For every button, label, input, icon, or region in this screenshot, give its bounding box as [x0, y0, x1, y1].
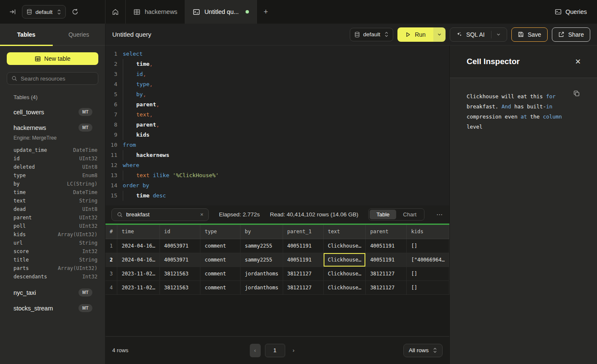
sidebar-tab-tables[interactable]: Tables — [0, 24, 53, 45]
topbar-database-selector[interactable]: default — [22, 5, 66, 19]
column-header-by[interactable]: by — [240, 225, 283, 239]
code-line-9[interactable]: 9kids — [105, 130, 449, 140]
table-cell[interactable]: [] — [407, 280, 449, 294]
schema-row[interactable]: deadUInt8 — [14, 205, 97, 213]
schema-row[interactable]: urlString — [14, 239, 97, 247]
code-line-3[interactable]: 3id, — [105, 69, 449, 79]
sidebar-item-cell-towers[interactable]: cell_towers MT — [14, 108, 98, 116]
schema-row[interactable]: idUInt32 — [14, 154, 97, 163]
table-cell[interactable]: sammy2255 — [240, 253, 283, 267]
table-cell[interactable]: 38121563 — [159, 280, 200, 294]
table-cell[interactable]: 40051191 — [283, 253, 323, 267]
table-cell[interactable]: 2024-04-16… — [117, 239, 159, 253]
column-header-parent[interactable]: parent — [366, 225, 407, 239]
previous-page-button[interactable]: ‹ — [249, 344, 260, 357]
table-cell[interactable]: jordanthoms — [240, 280, 283, 294]
code-line-2[interactable]: 2time, — [105, 59, 449, 69]
schema-row[interactable]: byLC(String) — [14, 180, 97, 188]
table-row[interactable]: 12024-04-16…40053971commentsammy22554005… — [105, 239, 449, 253]
code-line-11[interactable]: 11hackernews — [105, 150, 449, 160]
code-line-12[interactable]: 12where — [105, 160, 449, 170]
schema-row[interactable]: deletedUInt8 — [14, 163, 97, 171]
table-cell[interactable]: comment — [200, 267, 240, 280]
schema-row[interactable]: titleString — [14, 256, 97, 264]
page-size-selector[interactable]: All rows — [403, 344, 443, 357]
column-header-time[interactable]: time — [117, 225, 159, 239]
sql-ai-button[interactable]: SQL AI — [450, 27, 507, 42]
sidebar-search-input[interactable] — [21, 75, 94, 82]
table-cell[interactable]: 2024-04-16… — [117, 253, 159, 267]
table-row[interactable]: 32023-11-02…38121563commentjordanthoms38… — [105, 267, 449, 280]
code-line-7[interactable]: 7text, — [105, 110, 449, 120]
table-cell[interactable]: Clickhouse… — [323, 280, 365, 294]
sidebar-item-nyc-taxi[interactable]: nyc_taxi MT — [14, 289, 98, 297]
table-cell[interactable]: Clickhouse… — [323, 253, 365, 267]
row-number-cell[interactable]: 4 — [105, 280, 117, 294]
table-cell[interactable]: jordanthoms — [240, 267, 283, 280]
table-cell[interactable]: 40051191 — [366, 239, 407, 253]
new-tab-button[interactable]: + — [257, 0, 275, 24]
code-line-10[interactable]: 10from — [105, 140, 449, 150]
code-line-14[interactable]: 14order by — [105, 181, 449, 191]
code-line-5[interactable]: 5by, — [105, 89, 449, 100]
table-cell[interactable]: Clickhouse… — [323, 239, 365, 253]
tab-home[interactable] — [105, 0, 126, 24]
table-cell[interactable]: 38121127 — [283, 267, 323, 280]
copy-icon[interactable] — [573, 90, 580, 97]
schema-row[interactable]: timeDateTime — [14, 188, 97, 197]
schema-row[interactable]: parentUInt32 — [14, 213, 97, 222]
table-cell[interactable]: Clickhouse… — [323, 267, 365, 280]
next-page-button[interactable]: › — [292, 347, 294, 353]
code-line-1[interactable]: 1select — [105, 49, 449, 59]
results-search-input[interactable] — [126, 211, 197, 218]
run-button[interactable]: Run — [397, 27, 446, 42]
schema-row[interactable]: descendantsInt32 — [14, 272, 97, 281]
schema-row[interactable]: partsArray(UInt32) — [14, 264, 97, 272]
schema-row[interactable]: scoreInt32 — [14, 247, 97, 256]
sidebar-item-stocks-stream[interactable]: stocks_stream MT — [14, 304, 98, 312]
column-header-type[interactable]: type — [200, 225, 240, 239]
close-icon[interactable]: ✕ — [575, 57, 581, 66]
table-cell[interactable]: sammy2255 — [240, 239, 283, 253]
share-button[interactable]: Share — [552, 27, 590, 42]
collapse-sidebar-icon[interactable] — [9, 8, 16, 15]
sidebar-item-hackernews[interactable]: hackernews MT — [14, 124, 98, 132]
column-header-parent_1[interactable]: parent_1 — [283, 225, 323, 239]
row-number-cell[interactable]: 3 — [105, 267, 117, 280]
schema-row[interactable]: typeEnum8 — [14, 171, 97, 180]
new-table-button[interactable]: New table — [7, 52, 98, 65]
refresh-icon[interactable] — [72, 8, 78, 15]
query-database-selector[interactable]: default — [350, 28, 394, 41]
schema-row[interactable]: kidsArray(UInt32) — [14, 230, 97, 239]
schema-row[interactable]: pollUInt32 — [14, 222, 97, 230]
table-cell[interactable]: 40053971 — [159, 253, 200, 267]
table-cell[interactable]: comment — [200, 239, 240, 253]
table-cell[interactable]: ["40066964… — [407, 253, 449, 267]
more-options-icon[interactable]: ⋯ — [435, 211, 445, 218]
run-options-caret[interactable] — [433, 27, 446, 42]
code-line-13[interactable]: 13text ilike '%ClickHouse%' — [105, 170, 449, 181]
clear-search-icon[interactable]: × — [200, 211, 203, 218]
code-line-4[interactable]: 4type, — [105, 79, 449, 89]
column-header-num[interactable]: # — [105, 225, 117, 239]
table-cell[interactable]: [] — [407, 239, 449, 253]
column-header-text[interactable]: text — [323, 225, 365, 239]
queries-button[interactable]: Queries — [555, 8, 587, 15]
table-cell[interactable]: 38121127 — [283, 280, 323, 294]
tab-untitled-query[interactable]: Untitled qu... — [185, 0, 257, 24]
view-chart-button[interactable]: Chart — [396, 210, 423, 219]
table-row[interactable]: 42023-11-02…38121563commentjordanthoms38… — [105, 280, 449, 294]
table-cell[interactable]: 38121563 — [159, 267, 200, 280]
code-line-6[interactable]: 6parent, — [105, 100, 449, 110]
schema-row[interactable]: update_timeDateTime — [14, 146, 97, 154]
table-cell[interactable]: 40051191 — [283, 239, 323, 253]
row-number-cell[interactable]: 1 — [105, 239, 117, 253]
sidebar-tab-queries[interactable]: Queries — [53, 24, 105, 45]
sidebar-search[interactable] — [7, 72, 98, 85]
row-number-cell[interactable]: 2 — [105, 253, 117, 267]
code-line-15[interactable]: 15time desc — [105, 191, 449, 201]
table-row[interactable]: 22024-04-16…40053971commentsammy22554005… — [105, 253, 449, 267]
table-cell[interactable]: 40051191 — [366, 253, 407, 267]
table-cell[interactable]: [] — [407, 267, 449, 280]
schema-row[interactable]: textString — [14, 197, 97, 205]
